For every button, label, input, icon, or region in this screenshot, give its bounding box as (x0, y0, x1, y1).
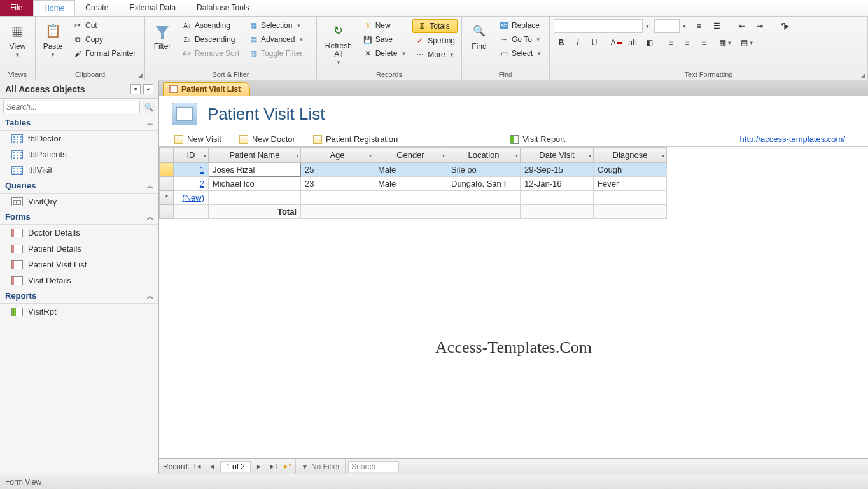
col-age[interactable]: Age▾ (301, 148, 374, 163)
bold-button[interactable]: B (554, 36, 569, 50)
first-record-button[interactable]: I◄ (192, 461, 204, 472)
descending-button[interactable]: Descending (179, 33, 242, 46)
nav-item-patient-visit-list[interactable]: Patient Visit List (0, 257, 158, 273)
cell-gender[interactable]: Male (374, 177, 447, 191)
decrease-indent-button[interactable]: ⇤ (734, 19, 750, 33)
tab-create[interactable]: Create (75, 0, 119, 16)
col-location[interactable]: Location▾ (447, 148, 521, 163)
fill-color-button[interactable]: ◧ (641, 36, 657, 50)
next-record-button[interactable]: ► (253, 461, 265, 472)
align-right-button[interactable]: ≡ (696, 36, 711, 50)
goto-button[interactable]: Go To▼ (496, 33, 544, 46)
paste-button[interactable]: 📋 Paste ▼ (39, 19, 66, 59)
tab-external-data[interactable]: External Data (119, 0, 186, 16)
gridlines-button[interactable]: ▦▼ (718, 36, 733, 50)
nav-item-tbldoctor[interactable]: tblDoctor (0, 131, 158, 146)
cell-date[interactable]: 12-Jan-16 (521, 177, 594, 191)
cell-location[interactable]: Dungalo, San Il (447, 177, 521, 191)
row-selector[interactable] (160, 163, 174, 177)
record-position-input[interactable] (220, 461, 251, 472)
text-direction-button[interactable]: ¶▸ (778, 19, 793, 33)
nav-pane-header[interactable]: All Access Objects ▾ « (0, 80, 158, 99)
bullets-button[interactable]: ≡ (691, 19, 706, 33)
data-grid[interactable]: ID▾ Patient Name▾ Age▾ Gender▾ Location▾… (159, 147, 667, 219)
font-color-button[interactable]: A (608, 36, 624, 50)
group-forms[interactable]: Forms︽ (0, 209, 158, 225)
format-painter-button[interactable]: Format Painter (70, 47, 138, 60)
select-button[interactable]: Select▼ (496, 47, 544, 60)
font-size-select[interactable] (654, 19, 680, 33)
launcher-icon[interactable]: ◢ (138, 72, 143, 78)
cell-age[interactable]: 23 (301, 177, 374, 191)
nav-item-visitqry[interactable]: VisitQry (0, 194, 158, 209)
filter-button[interactable]: Filter (149, 19, 176, 52)
ascending-button[interactable]: Ascending (179, 19, 242, 32)
last-record-button[interactable]: ►I (267, 461, 279, 472)
row-selector[interactable] (160, 177, 174, 191)
group-queries[interactable]: Queries︽ (0, 178, 158, 194)
group-tables[interactable]: Tables︽ (0, 115, 158, 131)
website-link[interactable]: http://access-templates.com/ (740, 134, 845, 144)
col-patient-name[interactable]: Patient Name▾ (209, 148, 301, 163)
nav-item-doctor-details[interactable]: Doctor Details (0, 225, 158, 241)
cell-name[interactable]: Michael Ico (209, 177, 301, 191)
tab-file[interactable]: File (0, 0, 33, 16)
new-record-button[interactable]: New (360, 19, 409, 32)
align-left-button[interactable]: ≡ (663, 36, 678, 50)
italic-button[interactable]: I (570, 36, 585, 50)
cell-diagnose[interactable]: Fever (594, 177, 667, 191)
nav-collapse-button[interactable]: « (143, 84, 153, 94)
new-record-button[interactable]: ►* (281, 461, 293, 472)
visit-report-button[interactable]: Visit Report (510, 134, 565, 144)
spelling-button[interactable]: Spelling (412, 34, 458, 47)
underline-button[interactable]: U (587, 36, 602, 50)
cell-gender[interactable]: Male (374, 163, 447, 177)
copy-button[interactable]: Copy (70, 33, 138, 46)
row-selector-new[interactable] (160, 191, 174, 205)
record-search-input[interactable] (348, 461, 399, 472)
search-go-button[interactable]: 🔍 (143, 101, 155, 113)
col-date-visit[interactable]: Date Visit▾ (521, 148, 594, 163)
cell-name[interactable]: Joses Rizal (209, 163, 301, 177)
col-gender[interactable]: Gender▾ (374, 148, 447, 163)
doc-tab-patient-visit-list[interactable]: Patient Visit List (163, 82, 250, 96)
new-row[interactable]: (New) (160, 191, 667, 205)
nav-item-visit-details[interactable]: Visit Details (0, 273, 158, 288)
highlight-button[interactable]: ab (625, 36, 640, 50)
increase-indent-button[interactable]: ⇥ (752, 19, 767, 33)
tab-database-tools[interactable]: Database Tools (186, 0, 260, 16)
col-id[interactable]: ID▾ (174, 148, 209, 163)
cell-id[interactable]: 1 (174, 163, 209, 177)
col-diagnose[interactable]: Diagnose▾ (594, 148, 667, 163)
nav-item-visitrpt[interactable]: VisitRpt (0, 304, 158, 320)
cell-new[interactable]: (New) (174, 191, 209, 205)
filter-indicator[interactable]: ▼No Filter (295, 459, 346, 474)
nav-dropdown-icon[interactable]: ▾ (130, 84, 141, 94)
delete-button[interactable]: Delete▼ (360, 47, 409, 60)
new-visit-button[interactable]: New Visit (174, 134, 221, 144)
new-doctor-button[interactable]: New Doctor (239, 134, 295, 144)
nav-search-input[interactable] (3, 101, 140, 113)
find-button[interactable]: Find (466, 19, 493, 52)
patient-registration-button[interactable]: Patient Registration (313, 134, 398, 144)
save-button[interactable]: Save (360, 33, 409, 46)
table-row[interactable]: 2 Michael Ico 23 Male Dungalo, San Il 12… (160, 177, 667, 191)
launcher-icon[interactable]: ◢ (861, 72, 865, 78)
selection-button[interactable]: Selection▼ (246, 19, 306, 32)
cell-location[interactable]: Sile po (447, 163, 521, 177)
prev-record-button[interactable]: ◄ (206, 461, 218, 472)
font-name-select[interactable] (554, 19, 643, 33)
numbering-button[interactable]: ☰ (709, 19, 724, 33)
replace-button[interactable]: Replace (496, 19, 544, 32)
advanced-button[interactable]: Advanced▼ (246, 33, 306, 46)
group-reports[interactable]: Reports︽ (0, 288, 158, 304)
cut-button[interactable]: Cut (70, 19, 138, 32)
remove-sort-button[interactable]: Remove Sort (179, 47, 242, 60)
more-button[interactable]: More▼ (412, 48, 458, 61)
alternate-row-button[interactable]: ▤▼ (739, 36, 755, 50)
totals-button[interactable]: Totals (412, 19, 458, 33)
nav-item-patient-details[interactable]: Patient Details (0, 241, 158, 257)
tab-home[interactable]: Home (33, 0, 75, 16)
cell-diagnose[interactable]: Cough (594, 163, 667, 177)
view-button[interactable]: ▦ View ▼ (4, 19, 31, 59)
